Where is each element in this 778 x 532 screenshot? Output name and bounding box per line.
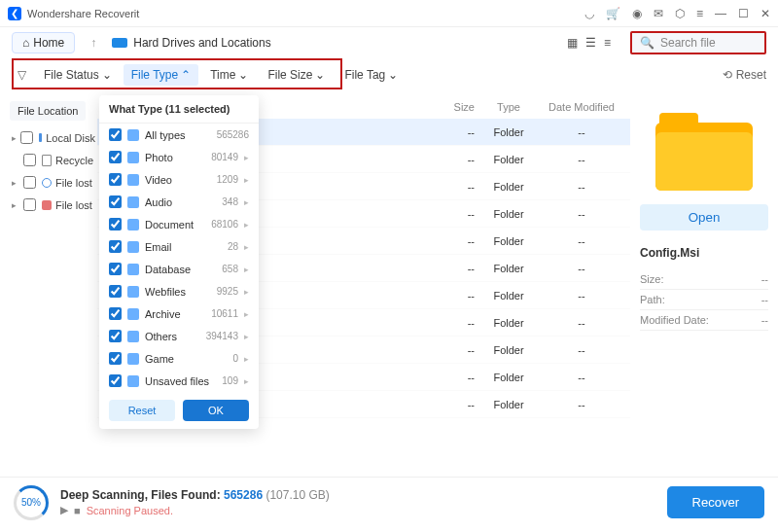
progress-ring: 50% [14, 485, 49, 520]
tree-checkbox[interactable] [23, 176, 36, 189]
tree-item-file-lost-1[interactable]: ▸File lost [10, 171, 97, 194]
minimize-icon[interactable]: — [715, 7, 726, 20]
type-name: Archive [145, 308, 205, 320]
chevron-right-icon: ▸ [244, 376, 249, 386]
type-checkbox[interactable] [109, 151, 122, 163]
type-checkbox[interactable] [109, 330, 122, 342]
grid-view-icon[interactable]: ▦ [567, 36, 578, 50]
row-size: -- [426, 372, 475, 383]
type-checkbox[interactable] [109, 195, 122, 208]
cart-icon[interactable]: 🛒 [606, 7, 620, 20]
type-checkbox[interactable] [109, 307, 122, 320]
type-row-game[interactable]: Game 0 ▸ [99, 347, 259, 370]
type-row-unsaved-files[interactable]: Unsaved files 109 ▸ [99, 370, 259, 392]
tree-label: Recycle [55, 155, 93, 166]
type-count: 10611 [211, 308, 238, 319]
type-checkbox[interactable] [109, 285, 122, 298]
row-date: -- [543, 263, 620, 274]
row-size: -- [426, 154, 475, 165]
type-name: Document [145, 219, 205, 231]
mail-icon[interactable]: ✉ [654, 7, 663, 20]
type-row-document[interactable]: Document 68106 ▸ [99, 213, 259, 235]
filter-icon[interactable]: ▽ [12, 68, 32, 82]
recover-button[interactable]: Recover [667, 486, 764, 518]
col-size[interactable]: Size [426, 101, 475, 113]
type-row-video[interactable]: Video 1209 ▸ [99, 168, 259, 191]
type-checkbox[interactable] [109, 218, 122, 231]
row-size: -- [426, 208, 475, 220]
tree-label: File lost [55, 177, 92, 189]
dropdown-reset-button[interactable]: Reset [109, 400, 175, 421]
expand-icon[interactable]: ▸ [12, 133, 17, 143]
type-row-email[interactable]: Email 28 ▸ [99, 235, 259, 258]
account-icon[interactable]: ◡ [584, 7, 594, 20]
col-type[interactable]: Type [475, 101, 543, 113]
open-button[interactable]: Open [640, 204, 768, 231]
expand-icon[interactable]: ▸ [12, 200, 19, 210]
type-row-photo[interactable]: Photo 80149 ▸ [99, 146, 259, 168]
list-view-icon[interactable]: ≡ [604, 36, 611, 50]
support-icon[interactable]: ◉ [632, 7, 642, 20]
type-checkbox[interactable] [109, 263, 122, 275]
up-button[interactable]: ↑ [85, 36, 102, 50]
play-icon[interactable]: ▶ [60, 504, 68, 516]
row-type: Folder [475, 290, 543, 301]
type-name: Photo [145, 152, 205, 163]
files-found-size: (107.10 GB) [265, 488, 329, 502]
type-row-all-types[interactable]: All types 565286 [99, 124, 259, 146]
tree-item-file-lost-2[interactable]: ▸File lost [10, 194, 97, 216]
detail-view-icon[interactable]: ☰ [585, 36, 596, 50]
preview-title: Config.Msi [640, 246, 768, 260]
preview-size-label: Size: [640, 273, 663, 285]
type-checkbox[interactable] [109, 128, 122, 141]
filter-file-status[interactable]: File Status⌄ [36, 64, 120, 86]
row-type: Folder [475, 235, 543, 247]
expand-icon[interactable]: ▸ [12, 178, 19, 188]
type-row-database[interactable]: Database 658 ▸ [99, 258, 259, 280]
type-checkbox[interactable] [109, 352, 122, 365]
type-row-others[interactable]: Others 394143 ▸ [99, 325, 259, 347]
type-count: 80149 [211, 152, 238, 162]
preview-date-label: Modified Date: [640, 314, 709, 326]
stop-icon[interactable]: ■ [74, 505, 81, 516]
type-checkbox[interactable] [109, 173, 122, 186]
type-row-webfiles[interactable]: Webfiles 9925 ▸ [99, 280, 259, 302]
user-icon [42, 178, 52, 188]
filter-file-size[interactable]: File Size⌄ [260, 64, 333, 86]
filter-reset[interactable]: ⟲ Reset [723, 68, 766, 82]
tree-item-local-disk[interactable]: ▸Local Disk [10, 126, 97, 149]
breadcrumb[interactable]: Hard Drives and Locations [112, 36, 270, 50]
shield-icon[interactable]: ⬡ [675, 7, 685, 20]
filter-file-tag[interactable]: File Tag⌄ [336, 64, 406, 86]
type-checkbox[interactable] [109, 240, 122, 253]
type-icon [127, 286, 139, 298]
type-checkbox[interactable] [109, 374, 122, 387]
col-date[interactable]: Date Modified [543, 101, 620, 113]
close-icon[interactable]: ✕ [760, 7, 770, 20]
type-row-archive[interactable]: Archive 10611 ▸ [99, 302, 259, 325]
home-button[interactable]: ⌂ Home [12, 32, 75, 53]
type-count: 0 [232, 353, 238, 364]
dropdown-ok-button[interactable]: OK [183, 400, 249, 421]
type-count: 658 [222, 264, 238, 274]
filter-file-type[interactable]: File Type⌃ [124, 64, 198, 86]
type-icon [127, 353, 139, 365]
type-name: Game [145, 353, 227, 365]
tree-checkbox[interactable] [20, 131, 33, 144]
preview-date-value: -- [761, 314, 768, 326]
filter-time[interactable]: Time⌄ [202, 64, 256, 86]
type-icon [127, 375, 139, 387]
search-input[interactable]: 🔍 Search file [630, 31, 766, 54]
menu-icon[interactable]: ≡ [696, 7, 703, 20]
row-size: -- [426, 126, 475, 138]
row-type: Folder [475, 154, 543, 165]
type-icon [127, 174, 139, 186]
type-row-audio[interactable]: Audio 348 ▸ [99, 191, 259, 213]
maximize-icon[interactable]: ☐ [738, 7, 749, 20]
tree-checkbox[interactable] [23, 154, 36, 166]
titlebar: ❮ Wondershare Recoverit ◡ 🛒 ◉ ✉ ⬡ ≡ — ☐ … [0, 0, 778, 27]
tree-item-recycle[interactable]: Recycle [10, 149, 97, 171]
file-location-tab[interactable]: File Location [10, 101, 86, 121]
type-icon [127, 241, 139, 253]
tree-checkbox[interactable] [23, 198, 36, 211]
